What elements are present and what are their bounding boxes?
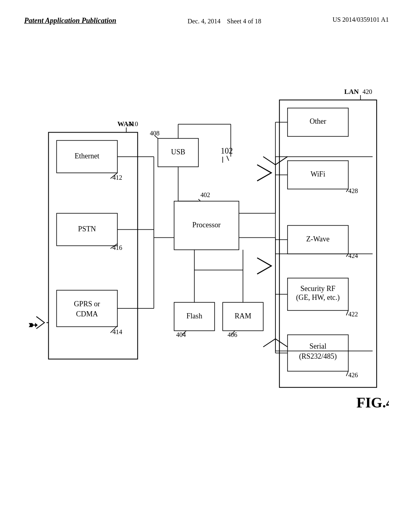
publication-date: Dec. 4, 2014	[188, 18, 221, 25]
ethernet-label: Ethernet	[75, 152, 99, 160]
wan-ref: 410	[128, 121, 138, 127]
processor-label: Processor	[192, 221, 221, 229]
serial-ref: 426	[348, 372, 358, 378]
svg-rect-6	[56, 290, 117, 326]
svg-line-27	[227, 156, 229, 161]
wifi-ref: 428	[348, 187, 358, 194]
zwave-ref: 424	[348, 252, 358, 259]
ram-label: RAM	[235, 312, 251, 320]
lan-label: LAN	[344, 88, 359, 96]
serial-line2: (RS232/485)	[299, 352, 337, 361]
figure-4-svg: text { font-family: 'Times New Roman', T…	[24, 64, 389, 492]
patent-number: US 2014/0359101 A1	[332, 16, 389, 23]
wan-input-arrow: ➳	[28, 319, 38, 331]
pstn-ref: 416	[113, 244, 122, 251]
processor-ref: 402	[200, 191, 210, 198]
lan-ref: 420	[363, 88, 372, 95]
header-date-sheet: Dec. 4, 2014 Sheet 4 of 18	[188, 16, 261, 27]
ethernet-ref: 412	[113, 174, 122, 181]
security-line1: Security RF	[300, 285, 336, 293]
security-ref: 422	[348, 311, 358, 318]
ram-ref: 406	[227, 331, 237, 338]
pstn-label: PSTN	[78, 225, 96, 233]
serial-line1: Serial	[309, 342, 326, 350]
gprs-line2: CDMA	[76, 310, 98, 318]
usb-label: USB	[171, 148, 185, 156]
gprs-line1: GPRS or	[74, 300, 100, 308]
diagram-area: text { font-family: 'Times New Roman', T…	[24, 64, 389, 492]
zwave-label: Z-Wave	[306, 235, 330, 243]
flash-label: Flash	[186, 312, 202, 320]
publication-title: Patent Application Publication	[24, 16, 116, 25]
sheet-info: Sheet 4 of 18	[227, 18, 261, 25]
wifi-label: WiFi	[311, 170, 325, 178]
page-header: Patent Application Publication Dec. 4, 2…	[0, 16, 413, 27]
svg-rect-35	[280, 100, 377, 387]
security-line2: (GE, HW, etc.)	[296, 293, 340, 302]
fig-label: FIG.4	[357, 395, 389, 411]
other-label: Other	[310, 117, 326, 125]
